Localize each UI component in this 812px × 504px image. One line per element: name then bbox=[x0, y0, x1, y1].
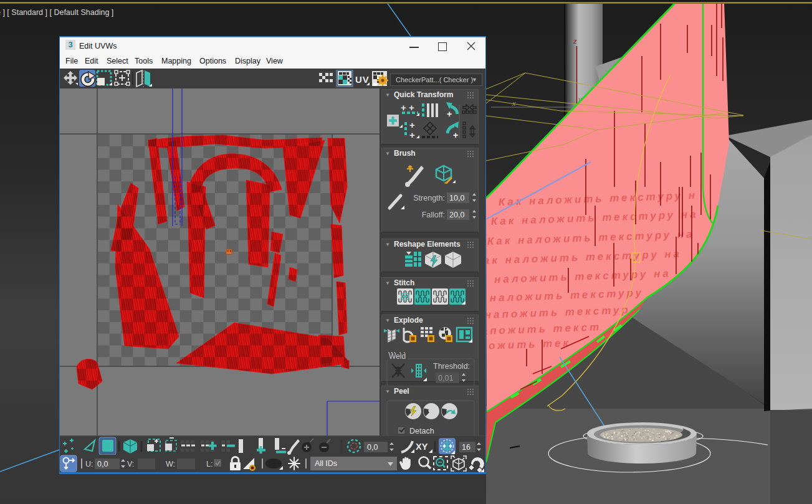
svg-text:U:: U: bbox=[85, 460, 93, 468]
svg-text:V:: V: bbox=[127, 460, 134, 468]
svg-text:+: + bbox=[447, 109, 452, 119]
svg-text:10,0: 10,0 bbox=[449, 194, 464, 202]
svg-text:e ] [ Standard ] [ Default Sha: e ] [ Standard ] [ Default Shading ] bbox=[0, 8, 113, 17]
svg-text:W:: W: bbox=[166, 460, 175, 468]
svg-text:XY: XY bbox=[416, 442, 428, 452]
svg-text:0,01: 0,01 bbox=[438, 374, 453, 383]
svg-text:Strength:: Strength: bbox=[413, 194, 445, 202]
svg-text:+ +: + + bbox=[401, 102, 414, 113]
svg-text:+: + bbox=[453, 130, 458, 140]
svg-text:Threshold:: Threshold: bbox=[433, 362, 470, 371]
svg-text:Detach: Detach bbox=[409, 427, 434, 435]
svg-text:Weld: Weld bbox=[389, 352, 406, 361]
svg-text:+: + bbox=[409, 120, 415, 130]
svg-text:0,0: 0,0 bbox=[367, 443, 378, 452]
svg-text:20,0: 20,0 bbox=[449, 211, 464, 219]
svg-text:Falloff:: Falloff: bbox=[422, 211, 445, 219]
svg-text:All IDs: All IDs bbox=[315, 459, 337, 468]
svg-text:+: + bbox=[409, 130, 415, 140]
svg-text:0,0: 0,0 bbox=[97, 460, 108, 468]
svg-text:z: z bbox=[573, 37, 577, 45]
svg-text:UV: UV bbox=[355, 74, 370, 85]
svg-text:L:: L: bbox=[206, 460, 213, 468]
svg-text:16: 16 bbox=[462, 443, 470, 452]
